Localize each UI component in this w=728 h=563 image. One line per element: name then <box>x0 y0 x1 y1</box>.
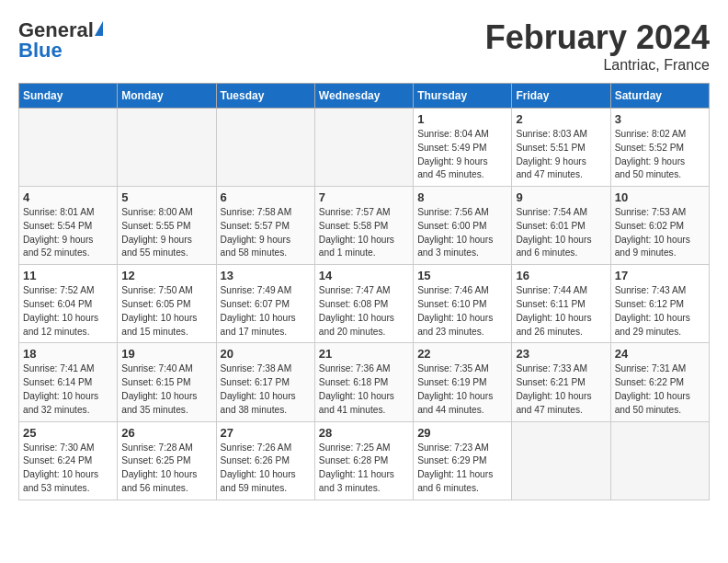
day-info: Sunrise: 7:40 AM Sunset: 6:15 PM Dayligh… <box>121 362 211 417</box>
day-info: Sunrise: 8:02 AM Sunset: 5:52 PM Dayligh… <box>615 128 705 182</box>
day-number: 1 <box>417 112 507 126</box>
weekday-header: Tuesday <box>216 84 314 109</box>
day-info: Sunrise: 8:00 AM Sunset: 5:55 PM Dayligh… <box>121 206 211 260</box>
weekday-header: Friday <box>512 84 610 109</box>
calendar-cell: 11Sunrise: 7:52 AM Sunset: 6:04 PM Dayli… <box>19 265 118 343</box>
day-info: Sunrise: 7:56 AM Sunset: 6:00 PM Dayligh… <box>417 206 507 260</box>
day-number: 13 <box>221 269 311 282</box>
day-number: 5 <box>121 190 211 204</box>
calendar-cell: 24Sunrise: 7:31 AM Sunset: 6:22 PM Dayli… <box>610 343 709 421</box>
day-number: 16 <box>516 269 606 282</box>
calendar-cell: 8Sunrise: 7:56 AM Sunset: 6:00 PM Daylig… <box>414 187 512 265</box>
calendar-cell: 27Sunrise: 7:26 AM Sunset: 6:26 PM Dayli… <box>216 421 314 500</box>
calendar-cell: 13Sunrise: 7:49 AM Sunset: 6:07 PM Dayli… <box>216 265 314 343</box>
day-number: 25 <box>23 426 113 440</box>
location: Lantriac, France <box>485 57 710 74</box>
day-number: 8 <box>417 190 507 204</box>
calendar-cell: 7Sunrise: 7:57 AM Sunset: 5:58 PM Daylig… <box>314 187 413 265</box>
day-info: Sunrise: 7:41 AM Sunset: 6:14 PM Dayligh… <box>23 362 113 417</box>
day-info: Sunrise: 7:54 AM Sunset: 6:01 PM Dayligh… <box>516 206 606 260</box>
calendar-week-row: 11Sunrise: 7:52 AM Sunset: 6:04 PM Dayli… <box>19 265 710 343</box>
weekday-header: Wednesday <box>314 84 413 109</box>
calendar-cell <box>19 109 118 187</box>
day-info: Sunrise: 7:31 AM Sunset: 6:22 PM Dayligh… <box>615 362 705 417</box>
title-block: February 2024 Lantriac, France <box>485 18 710 74</box>
day-info: Sunrise: 7:43 AM Sunset: 6:12 PM Dayligh… <box>615 284 705 339</box>
calendar-cell <box>118 109 216 187</box>
page-header: General Blue February 2024 Lantriac, Fra… <box>18 18 710 74</box>
logo-triangle-icon <box>95 21 103 36</box>
day-number: 15 <box>417 269 507 282</box>
calendar-cell: 12Sunrise: 7:50 AM Sunset: 6:05 PM Dayli… <box>118 265 216 343</box>
day-info: Sunrise: 7:23 AM Sunset: 6:29 PM Dayligh… <box>417 442 507 496</box>
calendar-cell: 25Sunrise: 7:30 AM Sunset: 6:24 PM Dayli… <box>19 421 118 500</box>
calendar-cell <box>314 109 413 187</box>
calendar-cell: 21Sunrise: 7:36 AM Sunset: 6:18 PM Dayli… <box>314 343 413 421</box>
calendar-cell: 20Sunrise: 7:38 AM Sunset: 6:17 PM Dayli… <box>216 343 314 421</box>
day-info: Sunrise: 7:58 AM Sunset: 5:57 PM Dayligh… <box>221 206 311 260</box>
day-info: Sunrise: 7:53 AM Sunset: 6:02 PM Dayligh… <box>615 206 705 260</box>
day-info: Sunrise: 7:36 AM Sunset: 6:18 PM Dayligh… <box>319 362 409 417</box>
calendar-week-row: 4Sunrise: 8:01 AM Sunset: 5:54 PM Daylig… <box>19 187 710 265</box>
calendar-cell: 18Sunrise: 7:41 AM Sunset: 6:14 PM Dayli… <box>19 343 118 421</box>
calendar-cell: 15Sunrise: 7:46 AM Sunset: 6:10 PM Dayli… <box>414 265 512 343</box>
day-number: 20 <box>221 347 311 361</box>
day-number: 23 <box>516 347 606 361</box>
day-info: Sunrise: 7:46 AM Sunset: 6:10 PM Dayligh… <box>417 284 507 339</box>
logo: General Blue <box>18 18 104 63</box>
day-info: Sunrise: 7:28 AM Sunset: 6:25 PM Dayligh… <box>121 442 211 496</box>
day-info: Sunrise: 7:57 AM Sunset: 5:58 PM Dayligh… <box>319 206 409 260</box>
day-info: Sunrise: 7:47 AM Sunset: 6:08 PM Dayligh… <box>319 284 409 339</box>
day-number: 22 <box>417 347 507 361</box>
day-number: 14 <box>319 269 409 282</box>
day-number: 29 <box>417 426 507 440</box>
calendar-cell: 5Sunrise: 8:00 AM Sunset: 5:55 PM Daylig… <box>118 187 216 265</box>
weekday-header: Thursday <box>414 84 512 109</box>
day-number: 4 <box>23 190 113 204</box>
day-number: 19 <box>121 347 211 361</box>
weekday-header: Saturday <box>610 84 709 109</box>
calendar-cell: 23Sunrise: 7:33 AM Sunset: 6:21 PM Dayli… <box>512 343 610 421</box>
day-info: Sunrise: 7:50 AM Sunset: 6:05 PM Dayligh… <box>121 284 211 339</box>
calendar-cell: 22Sunrise: 7:35 AM Sunset: 6:19 PM Dayli… <box>414 343 512 421</box>
day-number: 6 <box>221 190 311 204</box>
day-info: Sunrise: 7:33 AM Sunset: 6:21 PM Dayligh… <box>516 362 606 417</box>
day-number: 12 <box>121 269 211 282</box>
day-info: Sunrise: 7:26 AM Sunset: 6:26 PM Dayligh… <box>221 442 311 496</box>
calendar-week-row: 25Sunrise: 7:30 AM Sunset: 6:24 PM Dayli… <box>19 421 710 500</box>
weekday-header: Monday <box>118 84 216 109</box>
calendar-cell: 10Sunrise: 7:53 AM Sunset: 6:02 PM Dayli… <box>610 187 709 265</box>
logo-blue: Blue <box>18 39 63 63</box>
day-info: Sunrise: 7:25 AM Sunset: 6:28 PM Dayligh… <box>319 442 409 496</box>
day-number: 24 <box>615 347 705 361</box>
day-number: 7 <box>319 190 409 204</box>
calendar-cell: 1Sunrise: 8:04 AM Sunset: 5:49 PM Daylig… <box>414 109 512 187</box>
day-number: 21 <box>319 347 409 361</box>
calendar-cell: 17Sunrise: 7:43 AM Sunset: 6:12 PM Dayli… <box>610 265 709 343</box>
calendar-cell: 28Sunrise: 7:25 AM Sunset: 6:28 PM Dayli… <box>314 421 413 500</box>
day-number: 27 <box>221 426 311 440</box>
day-number: 2 <box>516 112 606 126</box>
calendar-cell: 29Sunrise: 7:23 AM Sunset: 6:29 PM Dayli… <box>414 421 512 500</box>
day-info: Sunrise: 7:49 AM Sunset: 6:07 PM Dayligh… <box>221 284 311 339</box>
calendar-cell: 14Sunrise: 7:47 AM Sunset: 6:08 PM Dayli… <box>314 265 413 343</box>
weekday-header: Sunday <box>19 84 118 109</box>
day-info: Sunrise: 8:03 AM Sunset: 5:51 PM Dayligh… <box>516 128 606 182</box>
day-number: 28 <box>319 426 409 440</box>
day-info: Sunrise: 7:52 AM Sunset: 6:04 PM Dayligh… <box>23 284 113 339</box>
day-info: Sunrise: 7:35 AM Sunset: 6:19 PM Dayligh… <box>417 362 507 417</box>
calendar-cell <box>216 109 314 187</box>
header-row: SundayMondayTuesdayWednesdayThursdayFrid… <box>19 84 710 109</box>
calendar-cell: 16Sunrise: 7:44 AM Sunset: 6:11 PM Dayli… <box>512 265 610 343</box>
day-info: Sunrise: 8:04 AM Sunset: 5:49 PM Dayligh… <box>417 128 507 182</box>
day-number: 11 <box>23 269 113 282</box>
day-number: 17 <box>615 269 705 282</box>
calendar-table: SundayMondayTuesdayWednesdayThursdayFrid… <box>18 83 710 500</box>
calendar-cell <box>512 421 610 500</box>
calendar-week-row: 18Sunrise: 7:41 AM Sunset: 6:14 PM Dayli… <box>19 343 710 421</box>
day-number: 9 <box>516 190 606 204</box>
day-number: 18 <box>23 347 113 361</box>
day-number: 26 <box>121 426 211 440</box>
calendar-cell: 9Sunrise: 7:54 AM Sunset: 6:01 PM Daylig… <box>512 187 610 265</box>
calendar-cell: 6Sunrise: 7:58 AM Sunset: 5:57 PM Daylig… <box>216 187 314 265</box>
